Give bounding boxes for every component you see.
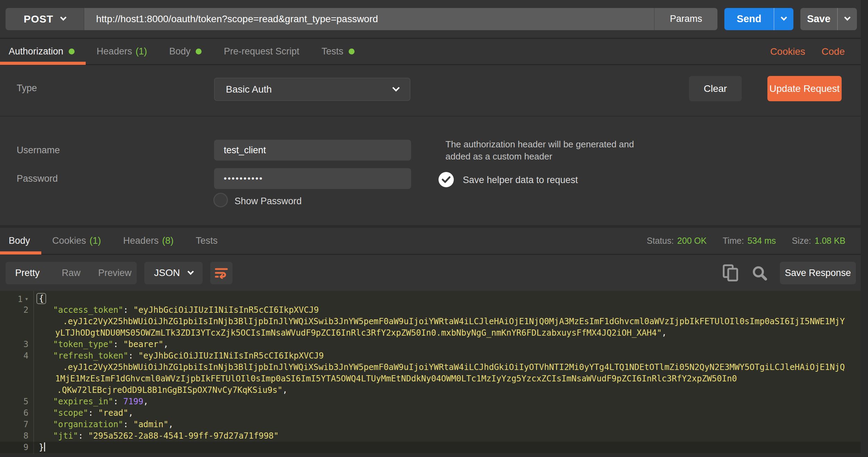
code-line-content: "expires_in": 7199, (33, 396, 861, 407)
cookies-link[interactable]: Cookies (770, 46, 805, 57)
params-button[interactable]: Params (654, 8, 717, 30)
response-tab-body[interactable]: Body (0, 228, 41, 254)
code-line-content: .QKw72lEBcjreOdD9L8B1nGgBISpOX7NvCy7KqKS… (33, 385, 861, 396)
tab-authorization-label: Authorization (9, 46, 63, 57)
save-button[interactable]: Save (800, 8, 837, 30)
response-tab-tests[interactable]: Tests (185, 228, 229, 254)
view-mode-pretty[interactable]: Pretty (6, 262, 49, 284)
send-split-button: Send (724, 8, 793, 30)
code-line-content: "jti": "295a5262-2a88-4541-99ff-97d27a71… (33, 430, 861, 442)
code-token-str: .QKw72lEBcjreOdD9L8B1nGgBISpOX7NvCy7KqKS… (57, 385, 282, 395)
method-dropdown[interactable]: POST (6, 8, 84, 30)
tab-pre-request-script[interactable]: Pre-request Script (213, 39, 310, 64)
line-number: 7 (0, 419, 33, 430)
chevron-down-icon (844, 14, 850, 20)
code-line: 8"jti": "295a5262-2a88-4541-99ff-97d27a7… (0, 430, 861, 442)
tab-pre-request-script-label: Pre-request Script (224, 46, 299, 57)
code-token-punct: : (113, 339, 123, 349)
code-token-punct: } (39, 442, 44, 452)
copy-button[interactable] (722, 264, 739, 282)
fold-caret-icon[interactable]: ▾ (25, 295, 28, 302)
code-token-str: yLTJhODgtNDU0MS05OWZmLTk3ZDI3YTcxZjk5OCI… (55, 328, 662, 338)
code-line: 2"access_token": "eyJhbGciOiJIUzI1NiIsIn… (0, 304, 861, 316)
chevron-down-icon (781, 14, 787, 20)
password-label: Password (17, 173, 58, 184)
response-toolbar: PrettyRawPreview JSON (0, 255, 861, 291)
clear-button[interactable]: Clear (689, 76, 742, 101)
code-token-key: "expires_in" (53, 397, 113, 406)
format-value: JSON (154, 267, 180, 278)
line-number-text: 9 (24, 442, 28, 452)
status-item-label: Size: (792, 236, 811, 246)
view-mode-raw[interactable]: Raw (49, 262, 93, 284)
code-line-content: "token_type": "bearer", (33, 339, 861, 350)
code-line-content: .eyJ1c2VyX25hbWUiOiJhZG1pbiIsInNjb3BlIjp… (33, 316, 861, 327)
status-item-label: Status: (647, 236, 674, 246)
response-tabs-list: BodyCookies(1)Headers(8)Tests (0, 228, 229, 254)
update-request-button[interactable]: Update Request (767, 76, 842, 101)
code-token-key: "scope" (53, 408, 88, 418)
code-token-key: "organization" (53, 420, 123, 429)
code-line-content: "access_token": "eyJhbGciOiJIUzI1NiIsInR… (33, 304, 861, 316)
code-token-brace: { (36, 293, 46, 304)
line-number (0, 316, 33, 327)
send-options-button[interactable] (774, 8, 793, 30)
response-toolbar-right: Save Response (722, 262, 861, 284)
wrap-text-button[interactable] (210, 262, 232, 284)
save-options-button[interactable] (837, 8, 857, 30)
tab-body[interactable]: Body (158, 39, 213, 64)
code-line: 1MjE1MzEsImF1dGhvcml0aWVzIjpbIkFETUlOIl0… (0, 373, 861, 385)
line-number-text: 6 (24, 408, 28, 418)
view-mode-preview[interactable]: Preview (93, 262, 137, 284)
username-label: Username (17, 145, 60, 156)
code-token-punct: , (128, 408, 133, 418)
url-input[interactable] (84, 14, 654, 25)
code-line-content: "refresh_token": "eyJhbGciOiJIUzI1NiIsIn… (33, 350, 861, 362)
url-field-wrap: Params (84, 8, 717, 30)
status-item-value: 534 ms (747, 236, 776, 246)
response-tab-tests-label: Tests (196, 235, 218, 246)
line-number-text: 7 (24, 420, 28, 429)
code-token-str: .eyJ1c2VyX25hbWUiOiJhZG1pbiIsInNjb3BlIjp… (63, 317, 845, 326)
show-password-label: Show Password (235, 196, 302, 207)
code-line: .eyJ1c2VyX25hbWUiOiJhZG1pbiIsInNjb3BlIjp… (0, 316, 861, 327)
auth-type-select[interactable]: Basic Auth (214, 78, 410, 101)
format-dropdown[interactable]: JSON (144, 262, 203, 284)
save-helper-checkbox[interactable] (439, 172, 454, 187)
code-token-str: .eyJ1c2VyX25hbWUiOiJhZG1pbiIsInNjb3BlIjp… (63, 362, 845, 372)
username-input[interactable]: test_client (214, 140, 411, 161)
line-number-text: 8 (24, 431, 28, 441)
text-wrap-icon (215, 267, 228, 279)
tab-count-badge: (1) (136, 46, 147, 57)
response-tab-body-label: Body (9, 235, 30, 246)
status-item-value: 1.08 KB (815, 236, 845, 246)
line-number-text: 3 (24, 339, 28, 349)
tab-authorization[interactable]: Authorization (0, 39, 86, 64)
show-password-radio[interactable] (213, 193, 228, 207)
code-token-punct: , (662, 328, 666, 338)
save-helper-label: Save helper data to request (463, 175, 578, 186)
tab-tests[interactable]: Tests (310, 39, 366, 64)
code-token-punct: : (128, 351, 138, 361)
line-number: 9 (0, 442, 33, 453)
code-token-str: "eyJhbGciOiJIUzI1NiIsInR5cCI6IkpXVCJ9 (133, 305, 319, 315)
code-line-content: .eyJ1c2VyX25hbWUiOiJhZG1pbiIsInNjb3BlIjp… (33, 362, 861, 373)
code-token-str: "admin" (133, 420, 168, 429)
line-number-text: 4 (24, 351, 28, 361)
response-tab-cookies[interactable]: Cookies(1) (41, 228, 112, 254)
code-link[interactable]: Code (822, 46, 845, 57)
code-token-str: "read" (98, 408, 128, 418)
search-button[interactable] (751, 265, 767, 281)
line-number (0, 362, 33, 373)
tab-headers[interactable]: Headers(1) (86, 39, 158, 64)
line-number (0, 385, 33, 396)
response-body-json[interactable]: 1▾{2"access_token": "eyJhbGciOiJIUzI1NiI… (0, 291, 861, 454)
code-token-key: "refresh_token" (53, 351, 128, 361)
save-response-button[interactable]: Save Response (780, 262, 856, 284)
view-mode-group: PrettyRawPreview (6, 262, 137, 284)
password-input[interactable]: •••••••••• (214, 168, 411, 189)
line-number: 3 (0, 339, 33, 350)
send-button[interactable]: Send (724, 8, 774, 30)
response-tab-headers[interactable]: Headers(8) (112, 228, 185, 254)
line-number-text: 5 (24, 397, 28, 406)
